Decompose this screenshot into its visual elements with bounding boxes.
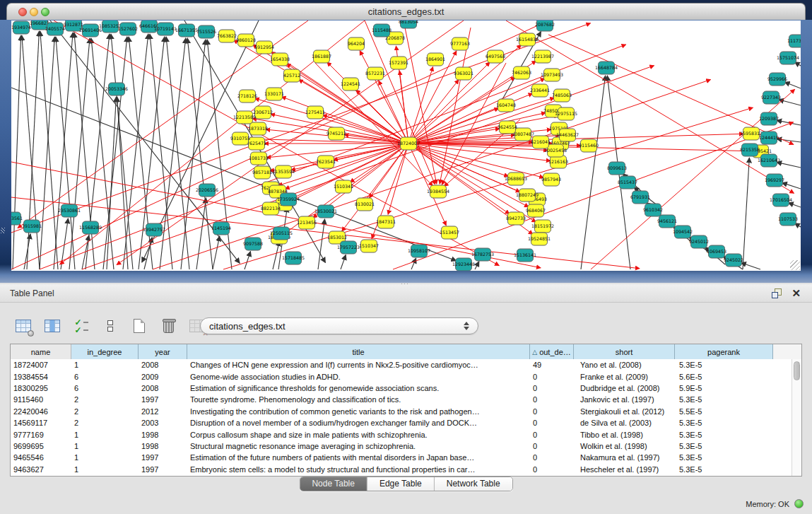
table-row[interactable]: 911546021997Tourette syndrome. Phenomeno… bbox=[11, 394, 801, 405]
graph-node[interactable]: 2336441 bbox=[530, 84, 550, 97]
column-header-short[interactable]: short bbox=[574, 344, 675, 359]
graph-node[interactable]: 1527602 bbox=[118, 23, 138, 35]
graph-node[interactable]: 9857943 bbox=[541, 173, 561, 186]
graph-node[interactable]: 1244419 bbox=[759, 132, 779, 144]
graph-node[interactable]: 10688693 bbox=[505, 173, 527, 185]
graph-node[interactable]: 15718485 bbox=[282, 252, 305, 264]
table-selector-dropdown[interactable]: citations_edges.txt bbox=[200, 317, 478, 334]
scrollbar-thumb[interactable] bbox=[794, 361, 800, 380]
graph-node[interactable]: 19384554 bbox=[427, 185, 449, 198]
memory-status-icon[interactable] bbox=[794, 499, 804, 508]
graph-node[interactable]: 1510341 bbox=[334, 180, 353, 193]
table-row[interactable]: 946554611997Estimation of the future num… bbox=[11, 452, 801, 463]
graph-node[interactable]: 14463627 bbox=[556, 129, 579, 141]
graph-node[interactable]: 2087682 bbox=[535, 21, 555, 31]
graph-node[interactable]: 20053346 bbox=[105, 83, 128, 95]
graph-node[interactable]: 5912954 bbox=[254, 41, 274, 54]
select-rows-icon[interactable]: ✓✓ bbox=[72, 317, 90, 335]
tab-network-table[interactable]: Network Table bbox=[434, 477, 512, 491]
graph-node[interactable]: 1847311 bbox=[376, 216, 396, 228]
window-titlebar[interactable]: citations_edges.txt bbox=[6, 3, 806, 21]
column-header-out-de-[interactable]: △out_de… bbox=[530, 344, 574, 359]
graph-node[interactable]: 1510347 bbox=[359, 240, 379, 252]
graph-node[interactable]: 16648784 bbox=[595, 62, 618, 74]
graph-node[interactable]: 6791931 bbox=[630, 191, 650, 204]
table-row[interactable]: 946362711997Embryonic stem cells: a mode… bbox=[11, 464, 801, 475]
show-columns-icon[interactable] bbox=[43, 317, 61, 335]
table-row[interactable]: 1830029562008Estimation of significance … bbox=[11, 382, 801, 394]
graph-node[interactable]: 8515437 bbox=[618, 176, 637, 189]
graph-node[interactable]: 20206556 bbox=[196, 184, 218, 197]
graph-node[interactable]: 1330171 bbox=[264, 88, 284, 100]
column-header-year[interactable]: year bbox=[139, 344, 187, 359]
graph-node[interactable]: 17957223 bbox=[337, 241, 360, 254]
graph-node[interactable]: 12505115 bbox=[270, 227, 293, 240]
graph-node[interactable]: 9227343 bbox=[761, 91, 781, 104]
graph-node[interactable]: 1117345 bbox=[787, 35, 801, 47]
graph-node[interactable]: 425712 bbox=[283, 69, 300, 82]
graph-node[interactable]: 9115460 bbox=[579, 139, 599, 152]
graph-node[interactable]: 1873318 bbox=[248, 122, 268, 135]
graph-node[interactable]: 1069453 bbox=[707, 245, 726, 258]
graph-node[interactable]: 9610342 bbox=[643, 204, 663, 216]
graph-node[interactable]: 1343561 bbox=[11, 212, 23, 225]
graph-node[interactable]: 9777163 bbox=[450, 37, 470, 50]
vertical-scrollbar[interactable] bbox=[792, 359, 801, 476]
graph-node[interactable]: 18724007 bbox=[397, 137, 420, 150]
graph-node[interactable]: 2718126 bbox=[237, 90, 257, 103]
graph-node[interactable]: 16782753 bbox=[471, 248, 494, 261]
graph-node[interactable]: 9684067 bbox=[526, 204, 546, 217]
table-row[interactable]: 969969511998Structural magnetic resonanc… bbox=[11, 440, 801, 452]
graph-node[interactable]: 1107533 bbox=[778, 213, 798, 226]
graph-node[interactable]: 1224541 bbox=[341, 78, 360, 90]
graph-node[interactable]: 9529966 bbox=[767, 73, 787, 86]
graph-node[interactable]: 9363021 bbox=[454, 67, 473, 80]
graph-node[interactable]: 1513457 bbox=[440, 226, 459, 239]
graph-node[interactable]: 8572231 bbox=[365, 67, 385, 80]
graph-node[interactable]: 8130021 bbox=[355, 198, 375, 211]
graph-node[interactable]: 9857183 bbox=[252, 166, 272, 179]
graph-node[interactable]: 19524851 bbox=[528, 233, 551, 245]
graph-node[interactable]: 12975115 bbox=[555, 107, 577, 120]
float-panel-icon[interactable] bbox=[772, 288, 782, 298]
graph-node[interactable]: 9860128 bbox=[236, 34, 256, 47]
graph-node[interactable]: 1115488 bbox=[372, 24, 392, 37]
graph-node[interactable]: 7623541 bbox=[316, 156, 336, 168]
table-settings-icon[interactable] bbox=[14, 317, 33, 335]
graph-node[interactable]: 7663822 bbox=[217, 30, 237, 42]
graph-node[interactable]: 1145194 bbox=[211, 222, 231, 235]
close-panel-icon[interactable]: ✕ bbox=[792, 288, 801, 298]
graph-node[interactable]: 7485063 bbox=[552, 89, 572, 102]
graph-node[interactable]: 9745212 bbox=[326, 127, 346, 140]
graph-node[interactable]: 18807249 bbox=[516, 189, 539, 201]
graph-node[interactable]: 3915981 bbox=[22, 220, 42, 233]
graph-node[interactable]: 1275411 bbox=[305, 106, 325, 119]
graph-node[interactable]: 17359924 bbox=[277, 193, 300, 206]
network-canvas[interactable]: 2206878964204186188742571213301712306712… bbox=[11, 21, 801, 271]
graph-node[interactable]: 9245012 bbox=[689, 235, 709, 248]
graph-node[interactable]: 8822134 bbox=[261, 202, 281, 215]
graph-node[interactable]: 6497568 bbox=[486, 50, 505, 63]
graph-node[interactable]: 16671355 bbox=[175, 24, 198, 37]
table-row[interactable]: 2242004622012Investigating the contribut… bbox=[11, 406, 801, 417]
canvas-resize-grip[interactable] bbox=[790, 260, 800, 270]
tab-edge-table[interactable]: Edge Table bbox=[367, 477, 434, 491]
graph-node[interactable]: 8942733 bbox=[506, 212, 526, 225]
graph-node[interactable]: 10719141 bbox=[154, 23, 177, 35]
graph-node[interactable]: 9097588 bbox=[243, 238, 263, 250]
tab-node-table[interactable]: Node Table bbox=[300, 477, 367, 491]
graph-node[interactable]: 3624554 bbox=[498, 121, 517, 134]
graph-node[interactable]: 2306712 bbox=[253, 106, 273, 119]
new-table-icon[interactable] bbox=[130, 317, 148, 335]
graph-node[interactable]: 23530861 bbox=[58, 204, 81, 217]
column-header-in-degree[interactable]: in_degree bbox=[71, 344, 139, 359]
graph-node[interactable]: 1209387 bbox=[759, 112, 779, 125]
graph-node[interactable]: 8099613 bbox=[607, 162, 627, 175]
graph-node[interactable]: 12213987 bbox=[531, 50, 554, 63]
graph-node[interactable]: 1216163 bbox=[548, 156, 568, 168]
graph-node[interactable]: 1604748 bbox=[496, 99, 516, 112]
graph-node[interactable]: 6216041 bbox=[531, 136, 551, 148]
graph-node[interactable]: 8813054 bbox=[399, 21, 418, 28]
graph-node[interactable]: 12923448 bbox=[452, 258, 475, 271]
graph-node[interactable]: 10958107 bbox=[408, 245, 430, 257]
